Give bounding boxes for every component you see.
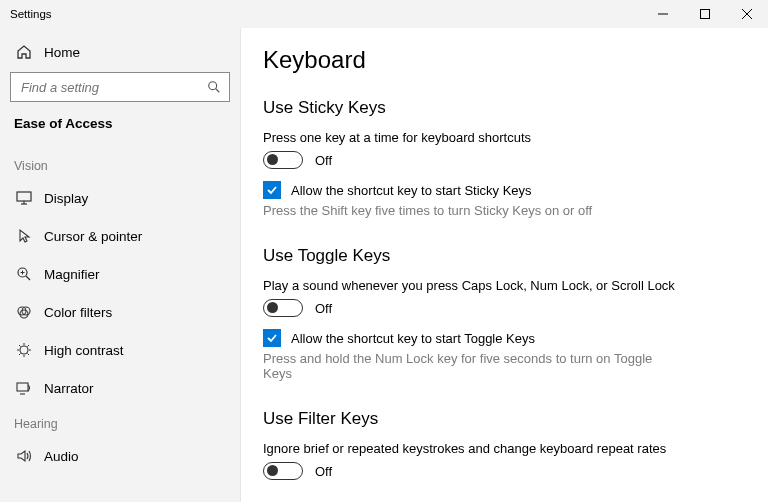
home-label: Home [44, 45, 80, 60]
cursor-icon [14, 228, 34, 244]
sidebar-item-label: Magnifier [44, 267, 100, 282]
sidebar-item-display[interactable]: Display [0, 179, 240, 217]
group-vision-label: Vision [0, 149, 240, 179]
checkbox-label: Allow the shortcut key to start Toggle K… [291, 331, 535, 346]
close-icon [742, 9, 752, 19]
sidebar-item-colorfilters[interactable]: Color filters [0, 293, 240, 331]
check-icon [266, 332, 278, 344]
sidebar-item-cursor[interactable]: Cursor & pointer [0, 217, 240, 255]
section-desc: Press one key at a time for keyboard sho… [263, 130, 746, 145]
search-input-wrapper[interactable] [10, 72, 230, 102]
svg-line-10 [26, 276, 30, 280]
checkbox-label: Allow the shortcut key to start Sticky K… [291, 183, 532, 198]
window-buttons [642, 0, 768, 28]
toggle-state-label: Off [315, 153, 332, 168]
sidebar-item-label: Cursor & pointer [44, 229, 142, 244]
narrator-icon [14, 381, 34, 395]
svg-rect-6 [17, 192, 31, 201]
search-icon [207, 80, 221, 94]
section-hint: Press the Shift key five times to turn S… [263, 203, 663, 218]
title-bar: Settings [0, 0, 768, 28]
sidebar-item-magnifier[interactable]: Magnifier [0, 255, 240, 293]
svg-line-22 [28, 354, 30, 356]
breadcrumb: Ease of Access [0, 112, 240, 149]
close-button[interactable] [726, 0, 768, 28]
toggle-keys-toggle[interactable] [263, 299, 303, 317]
sidebar-item-label: Color filters [44, 305, 112, 320]
svg-line-21 [19, 345, 21, 347]
section-hint: Press and hold the Num Lock key for five… [263, 351, 663, 381]
sidebar-item-label: Narrator [44, 381, 94, 396]
section-sticky-keys: Use Sticky Keys Press one key at a time … [263, 98, 746, 218]
sidebar-item-label: High contrast [44, 343, 124, 358]
magnifier-icon [14, 266, 34, 282]
minimize-button[interactable] [642, 0, 684, 28]
audio-icon [14, 448, 34, 464]
sidebar: Home Ease of Access Vision Display Curso… [0, 28, 241, 502]
section-heading: Use Filter Keys [263, 409, 746, 429]
sidebar-item-highcontrast[interactable]: High contrast [0, 331, 240, 369]
svg-line-23 [19, 354, 21, 356]
sidebar-item-label: Display [44, 191, 88, 206]
section-desc: Ignore brief or repeated keystrokes and … [263, 441, 746, 456]
window-title: Settings [10, 8, 52, 20]
toggle-state-label: Off [315, 301, 332, 316]
sidebar-item-narrator[interactable]: Narrator [0, 369, 240, 407]
sidebar-item-audio[interactable]: Audio [0, 437, 240, 475]
home-icon [14, 44, 34, 60]
content-area: Keyboard Use Sticky Keys Press one key a… [241, 28, 768, 502]
section-toggle-keys: Use Toggle Keys Play a sound whenever yo… [263, 246, 746, 381]
minimize-icon [658, 9, 668, 19]
svg-rect-25 [17, 383, 28, 391]
toggle-shortcut-checkbox[interactable] [263, 329, 281, 347]
sticky-keys-toggle[interactable] [263, 151, 303, 169]
highcontrast-icon [14, 342, 34, 358]
search-input[interactable] [19, 79, 207, 96]
filter-keys-toggle[interactable] [263, 462, 303, 480]
section-filter-keys: Use Filter Keys Ignore brief or repeated… [263, 409, 746, 480]
toggle-state-label: Off [315, 464, 332, 479]
group-hearing-label: Hearing [0, 407, 240, 437]
home-link[interactable]: Home [0, 38, 240, 72]
check-icon [266, 184, 278, 196]
display-icon [14, 191, 34, 205]
section-heading: Use Sticky Keys [263, 98, 746, 118]
sidebar-item-label: Audio [44, 449, 79, 464]
section-desc: Play a sound whenever you press Caps Loc… [263, 278, 746, 293]
maximize-icon [700, 9, 710, 19]
svg-point-16 [20, 346, 28, 354]
svg-line-5 [216, 89, 220, 93]
maximize-button[interactable] [684, 0, 726, 28]
svg-line-24 [28, 345, 30, 347]
page-title: Keyboard [263, 46, 746, 74]
svg-rect-1 [701, 10, 710, 19]
svg-point-4 [209, 82, 217, 90]
colorfilters-icon [14, 304, 34, 320]
sticky-shortcut-checkbox[interactable] [263, 181, 281, 199]
section-heading: Use Toggle Keys [263, 246, 746, 266]
